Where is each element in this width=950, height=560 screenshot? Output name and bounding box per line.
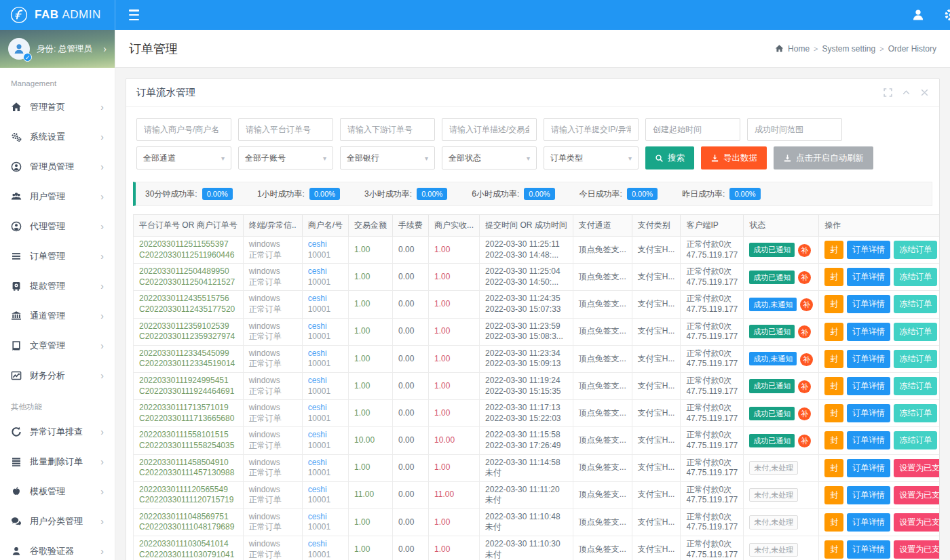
channel-select[interactable]: 全部通道▾ [136, 146, 231, 169]
sidebar-item-abnormal-orders[interactable]: 异常订单排查› [0, 417, 115, 447]
seal-button[interactable]: 封 [824, 241, 843, 259]
freeze-order-button[interactable]: 冻结订单 [894, 323, 937, 341]
order-detail-button[interactable]: 订单详情 [847, 268, 890, 286]
merchant-name-link[interactable]: ceshi [308, 430, 343, 441]
freeze-order-button[interactable]: 冻结订单 [894, 241, 937, 259]
breadcrumb-system-setting[interactable]: System setting [822, 44, 876, 54]
success-time-input[interactable] [747, 118, 842, 141]
order-detail-button[interactable]: 订单详情 [847, 323, 890, 341]
seal-button[interactable]: 封 [824, 486, 843, 504]
sidebar-item-template-manage[interactable]: 模板管理› [0, 477, 115, 506]
search-button[interactable]: 搜索 [645, 146, 694, 169]
sidebar-item-label: 批量删除订单 [30, 456, 100, 468]
close-icon[interactable] [920, 88, 929, 97]
freeze-order-button[interactable]: 冻结订单 [894, 295, 937, 313]
sidebar-item-user-manage[interactable]: 用户管理› [0, 182, 115, 212]
sidebar-item-batch-delete[interactable]: 批量删除订单› [0, 447, 115, 477]
patch-order-button[interactable]: 补 [798, 380, 811, 393]
gear-icon[interactable] [944, 8, 950, 22]
sidebar-item-withdraw-manage[interactable]: 提款管理› [0, 271, 115, 301]
order-detail-button[interactable]: 订单详情 [847, 404, 890, 422]
set-paid-button[interactable]: 设置为已支付 [894, 513, 939, 532]
sidebar-item-google-auth[interactable]: 谷歌验证器› [0, 536, 115, 560]
set-paid-button[interactable]: 设置为已支付 [894, 486, 939, 504]
seal-button[interactable]: 封 [824, 350, 843, 368]
patch-order-button[interactable]: 补 [798, 271, 811, 284]
order-detail-button[interactable]: 订单详情 [847, 377, 890, 395]
submit-ip-input[interactable] [544, 118, 639, 141]
seal-button[interactable]: 封 [824, 540, 843, 559]
patch-order-button[interactable]: 补 [798, 435, 811, 447]
seal-button[interactable]: 封 [824, 431, 843, 449]
merchant-name-link[interactable]: ceshi [308, 266, 343, 277]
platform-order-input[interactable] [238, 118, 333, 141]
sidebar-item-user-category[interactable]: 用户分类管理› [0, 506, 115, 536]
merchant-name-link[interactable]: ceshi [308, 348, 343, 359]
sidebar-item-agent-manage[interactable]: 代理管理› [0, 212, 115, 241]
seal-button[interactable]: 封 [824, 513, 843, 532]
freeze-order-button[interactable]: 冻结订单 [894, 404, 937, 422]
patch-order-button[interactable]: 补 [800, 298, 813, 311]
merchant-name-link[interactable]: ceshi [308, 485, 343, 496]
sidebar-item-admin-manage[interactable]: 管理员管理› [0, 152, 115, 182]
order-detail-button[interactable]: 订单详情 [847, 486, 890, 504]
collapse-icon[interactable] [902, 88, 911, 97]
pay-type-cell: 支付宝H... [632, 345, 681, 372]
freeze-order-button[interactable]: 冻结订单 [894, 431, 937, 449]
order-detail-button[interactable]: 订单详情 [847, 241, 890, 259]
order-desc-input[interactable] [442, 118, 537, 141]
seal-button[interactable]: 封 [824, 459, 843, 477]
bank-select[interactable]: 全部银行▾ [340, 146, 435, 169]
create-time-input[interactable] [645, 118, 740, 141]
patch-order-button[interactable]: 补 [798, 325, 811, 338]
patch-order-button[interactable]: 补 [800, 353, 813, 366]
order-detail-button[interactable]: 订单详情 [847, 540, 890, 559]
set-paid-button[interactable]: 设置为已支付 [894, 459, 939, 477]
user-icon[interactable] [911, 8, 925, 22]
export-data-button[interactable]: 导出数据 [701, 146, 767, 169]
user-identity-panel[interactable]: ✓ 身份: 总管理员 › [0, 30, 115, 68]
sidebar-item-channel-manage[interactable]: 通道管理› [0, 301, 115, 331]
merchant-name-link[interactable]: ceshi [308, 512, 343, 523]
order-detail-button[interactable]: 订单详情 [847, 513, 890, 532]
sidebar-item-finance-analysis[interactable]: 财务分析› [0, 361, 115, 391]
seal-button[interactable]: 封 [824, 268, 843, 286]
sidebar-item-article-manage[interactable]: 文章管理› [0, 331, 115, 361]
auto-refresh-button[interactable]: 点击开启自动刷新 [774, 146, 873, 169]
order-type-select[interactable]: 订单类型▾ [544, 146, 639, 169]
seal-button[interactable]: 封 [824, 377, 843, 395]
sidebar-toggle-button[interactable] [129, 9, 144, 20]
sidebar-item-system-settings[interactable]: 系统设置› [0, 122, 115, 152]
seal-button[interactable]: 封 [824, 323, 843, 341]
order-detail-button[interactable]: 订单详情 [847, 295, 890, 313]
merchant-name-link[interactable]: ceshi [308, 321, 343, 332]
sidebar-item-home[interactable]: 管理首页› [0, 92, 115, 122]
column-header: 操作 [819, 215, 939, 237]
sidebar-item-order-manage[interactable]: 订单管理› [0, 241, 115, 271]
order-detail-button[interactable]: 订单详情 [847, 459, 890, 477]
patch-order-button[interactable]: 补 [798, 407, 811, 420]
merchant-name-link[interactable]: ceshi [308, 539, 343, 550]
merchant-name-link[interactable]: ceshi [308, 458, 343, 468]
sub-account-select[interactable]: 全部子账号▾ [238, 146, 333, 169]
breadcrumb-home[interactable]: Home [788, 44, 810, 54]
expand-icon[interactable] [884, 88, 892, 97]
downstream-order-input[interactable] [340, 118, 435, 141]
seal-button[interactable]: 封 [824, 295, 843, 313]
merchant-name-link[interactable]: ceshi [308, 376, 343, 386]
freeze-order-button[interactable]: 冻结订单 [894, 377, 937, 395]
freeze-order-button[interactable]: 冻结订单 [894, 350, 937, 368]
set-paid-button[interactable]: 设置为已支付 [894, 540, 939, 559]
seal-button[interactable]: 封 [824, 404, 843, 422]
status-select[interactable]: 全部状态▾ [442, 146, 537, 169]
patch-order-button[interactable]: 补 [798, 244, 811, 257]
merchant-name-link[interactable]: ceshi [308, 239, 343, 250]
merchant-input[interactable] [136, 118, 231, 141]
cell-line: 正常付款0次 [686, 348, 738, 359]
order-detail-button[interactable]: 订单详情 [847, 350, 890, 368]
merchant-name-link[interactable]: ceshi [308, 403, 343, 414]
pay-channel-cell: 顶点免签支... [573, 264, 632, 291]
merchant-name-link[interactable]: ceshi [308, 294, 343, 304]
freeze-order-button[interactable]: 冻结订单 [894, 268, 937, 286]
order-detail-button[interactable]: 订单详情 [847, 431, 890, 449]
